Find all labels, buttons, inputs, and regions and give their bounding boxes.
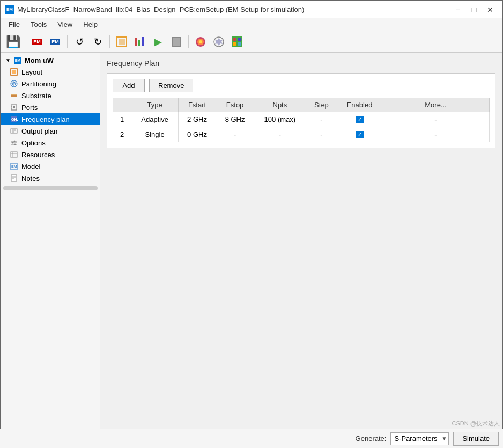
sidebar-item-resources-label: Resources <box>21 151 55 159</box>
row-1-more: - <box>382 112 490 127</box>
sidebar-item-notes[interactable]: Notes <box>1 172 100 184</box>
menu-file[interactable]: File <box>4 19 24 30</box>
model-icon: EM <box>10 162 18 171</box>
sidebar-header[interactable]: ▼ EM Mom uW <box>1 55 100 66</box>
watermark: CSDN @技术达人 <box>449 418 503 429</box>
col-type: Type <box>131 98 178 112</box>
col-npts: Npts <box>254 98 306 112</box>
toolbar-separator-1 <box>25 35 25 48</box>
row-1-step: - <box>306 112 337 127</box>
tool-9-icon <box>231 36 243 48</box>
row-1-checkbox[interactable]: ✓ <box>356 116 364 123</box>
sidebar-item-partitioning[interactable]: Partitioning <box>1 78 100 90</box>
row-1-index: 1 <box>113 112 131 127</box>
sidebar-header-icon: EM <box>14 57 21 64</box>
sidebar-item-resources[interactable]: Resources <box>1 149 100 160</box>
resources-icon <box>10 150 18 159</box>
sidebar-item-substrate[interactable]: Substrate <box>1 90 100 101</box>
sidebar-scrollbar[interactable] <box>3 186 98 190</box>
maximize-button[interactable]: □ <box>467 4 482 16</box>
sidebar-item-options[interactable]: Options <box>1 137 100 149</box>
add-button[interactable]: Add <box>113 79 145 92</box>
sidebar-header-arrow: ▼ <box>5 57 11 63</box>
em-blue-button[interactable]: EM <box>47 33 64 50</box>
col-step: Step <box>306 98 337 112</box>
tool-5-button[interactable]: ▶ <box>150 33 167 50</box>
partitioning-icon <box>10 79 18 88</box>
play-icon: ▶ <box>154 36 162 48</box>
tool-9-button[interactable] <box>228 33 246 50</box>
em-blue-icon: EM <box>50 39 60 45</box>
em-red-icon: EM <box>32 39 42 45</box>
table-header-row: Type Fstart Fstop Npts Step Enabled More… <box>113 98 490 112</box>
sidebar-item-output-plan[interactable]: Output plan <box>1 125 100 137</box>
sidebar-item-ports-label: Ports <box>21 104 38 112</box>
menu-view[interactable]: View <box>53 19 77 30</box>
tool-4-icon <box>134 36 146 48</box>
svg-point-37 <box>14 141 16 142</box>
ports-icon <box>10 103 18 112</box>
tool-6-icon <box>171 36 182 48</box>
generate-label: Generate: <box>356 435 387 443</box>
frequency-table: Type Fstart Fstop Npts Step Enabled More… <box>113 98 490 142</box>
section-title: Frequency Plan <box>107 59 495 68</box>
sidebar-item-model-label: Model <box>21 163 40 171</box>
svg-rect-17 <box>12 70 16 74</box>
row-1-enabled[interactable]: ✓ <box>337 112 382 127</box>
frequency-plan-icon: GHz <box>10 115 18 123</box>
row-1-fstart: 2 GHz <box>178 112 216 127</box>
tool-6-button[interactable] <box>168 33 185 50</box>
sidebar-item-model[interactable]: EM Model <box>1 160 100 172</box>
tool-7-icon <box>195 36 206 48</box>
redo-button[interactable]: ↻ <box>89 33 106 50</box>
tool-3-button[interactable] <box>113 33 130 50</box>
sidebar-item-layout[interactable]: Layout <box>1 66 100 78</box>
svg-point-38 <box>12 142 14 144</box>
save-button[interactable]: 💾 <box>4 33 21 50</box>
generate-select-wrapper[interactable]: S-Parameters Y-Parameters Z-Parameters ▼ <box>390 432 449 445</box>
svg-rect-15 <box>238 42 241 46</box>
sidebar: ▼ EM Mom uW Layout Parti <box>1 53 100 430</box>
menu-tools[interactable]: Tools <box>26 19 51 30</box>
svg-text:EM: EM <box>11 165 17 168</box>
title-bar-left: EM MyLibraryClassF_NarrowBand_lib:04_Bia… <box>5 5 304 14</box>
menu-help[interactable]: Help <box>79 19 102 30</box>
undo-icon: ↺ <box>76 36 84 48</box>
frequency-plan-panel: Add Remove Type Fstart Fstop Npts Step E… <box>107 73 495 148</box>
sidebar-item-frequency-plan-label: Frequency plan <box>21 115 70 123</box>
svg-rect-12 <box>233 38 236 41</box>
row-2-enabled[interactable]: ✓ <box>337 127 382 142</box>
undo-button[interactable]: ↺ <box>71 33 88 50</box>
simulate-button[interactable]: Simulate <box>453 432 499 446</box>
toolbar-separator-4 <box>188 35 189 48</box>
sidebar-item-frequency-plan[interactable]: GHz Frequency plan <box>1 113 100 125</box>
content-area: Frequency Plan Add Remove Type Fstart Fs… <box>100 53 502 430</box>
tool-8-button[interactable] <box>210 33 227 50</box>
svg-rect-25 <box>13 106 15 108</box>
menu-bar: File Tools View Help <box>1 18 502 31</box>
em-red-button[interactable]: EM <box>28 33 46 50</box>
sidebar-item-partitioning-label: Partitioning <box>21 80 56 88</box>
tool-8-icon <box>213 36 225 48</box>
row-2-step: - <box>306 127 337 142</box>
toolbar: 💾 EM EM ↺ ↻ ▶ <box>1 31 502 53</box>
sidebar-item-ports[interactable]: Ports <box>1 101 100 113</box>
remove-button[interactable]: Remove <box>149 79 193 92</box>
close-button[interactable]: ✕ <box>483 4 498 16</box>
row-2-checkbox[interactable]: ✓ <box>356 131 364 138</box>
svg-point-9 <box>199 40 202 43</box>
notes-icon <box>10 174 18 182</box>
table-row[interactable]: 2 Single 0 GHz - - - ✓ - <box>113 127 490 142</box>
minimize-button[interactable]: − <box>450 4 465 16</box>
svg-text:GHz: GHz <box>11 117 18 121</box>
tool-4-button[interactable] <box>131 33 149 50</box>
svg-rect-23 <box>11 94 17 95</box>
table-row[interactable]: 1 Adaptive 2 GHz 8 GHz 100 (max) - ✓ - <box>113 112 490 127</box>
tool-7-button[interactable] <box>192 33 209 50</box>
generate-select[interactable]: S-Parameters Y-Parameters Z-Parameters <box>390 432 449 445</box>
row-2-fstart: 0 GHz <box>178 127 216 142</box>
col-fstop: Fstop <box>216 98 254 112</box>
svg-rect-2 <box>135 38 137 46</box>
sidebar-header-label: Mom uW <box>25 56 54 64</box>
sidebar-item-substrate-label: Substrate <box>21 92 51 100</box>
